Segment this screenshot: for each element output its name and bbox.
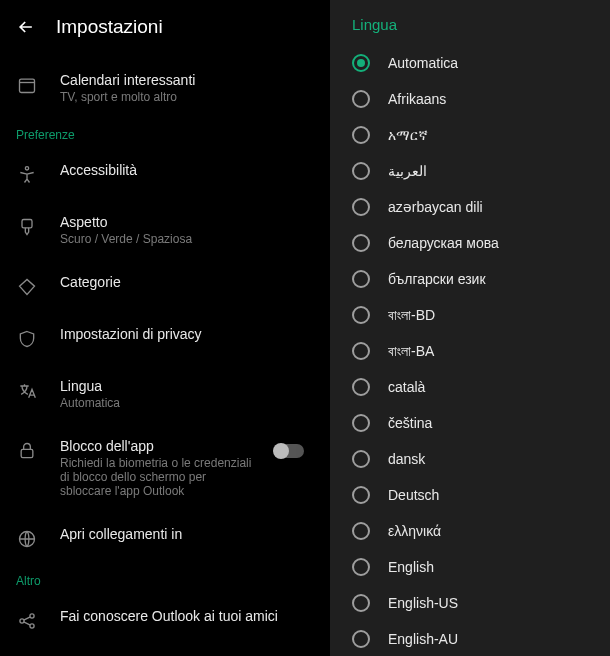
openlinks-label: Apri collegamenti in bbox=[60, 526, 304, 542]
svg-rect-2 bbox=[22, 220, 32, 228]
accessibility-row[interactable]: Accessibilità bbox=[0, 148, 320, 200]
applock-label: Blocco dell'app bbox=[60, 438, 252, 454]
language-option[interactable]: English-US bbox=[336, 585, 604, 621]
language-option[interactable]: ελληνικά bbox=[336, 513, 604, 549]
language-option[interactable]: azərbaycan dili bbox=[336, 189, 604, 225]
back-icon[interactable] bbox=[16, 17, 36, 37]
language-option[interactable]: Afrikaans bbox=[336, 81, 604, 117]
accessibility-icon bbox=[16, 164, 38, 186]
svg-rect-3 bbox=[21, 449, 33, 457]
applock-row[interactable]: Blocco dell'app Richiedi la biometria o … bbox=[0, 424, 320, 512]
msapps-row[interactable]: Esplora le app Microsoft bbox=[0, 646, 320, 656]
radio-icon bbox=[352, 486, 370, 504]
radio-icon bbox=[352, 234, 370, 252]
openlinks-row[interactable]: Apri collegamenti in bbox=[0, 512, 320, 564]
language-option-label: Afrikaans bbox=[388, 91, 446, 107]
privacy-label: Impostazioni di privacy bbox=[60, 326, 304, 342]
page-title: Impostazioni bbox=[56, 16, 163, 38]
language-option-label: Deutsch bbox=[388, 487, 439, 503]
calendars-row[interactable]: Calendari interessanti TV, sport e molto… bbox=[0, 58, 320, 118]
language-row[interactable]: Lingua Automatica bbox=[0, 364, 320, 424]
share-icon bbox=[16, 610, 38, 632]
privacy-row[interactable]: Impostazioni di privacy bbox=[0, 312, 320, 364]
radio-icon bbox=[352, 378, 370, 396]
radio-icon bbox=[352, 450, 370, 468]
tag-icon bbox=[16, 276, 38, 298]
language-option-label: ελληνικά bbox=[388, 523, 441, 539]
language-option[interactable]: беларуская мова bbox=[336, 225, 604, 261]
categories-row[interactable]: Categorie bbox=[0, 260, 320, 312]
calendars-label: Calendari interessanti bbox=[60, 72, 304, 88]
appearance-row[interactable]: Aspetto Scuro / Verde / Spaziosa bbox=[0, 200, 320, 260]
radio-icon bbox=[352, 594, 370, 612]
language-panel: Lingua AutomaticaAfrikaansአማርኛالعربيةazə… bbox=[330, 0, 610, 656]
language-option[interactable]: አማርኛ bbox=[336, 117, 604, 153]
language-option-label: azərbaycan dili bbox=[388, 199, 483, 215]
language-option[interactable]: English-AU bbox=[336, 621, 604, 656]
language-option[interactable]: English bbox=[336, 549, 604, 585]
radio-icon bbox=[352, 162, 370, 180]
radio-icon bbox=[352, 270, 370, 288]
radio-icon bbox=[352, 306, 370, 324]
language-option-label: català bbox=[388, 379, 425, 395]
appearance-label: Aspetto bbox=[60, 214, 304, 230]
language-option-label: English bbox=[388, 559, 434, 575]
language-option-label: বাংলা-BA bbox=[388, 343, 434, 360]
language-option-label: English-US bbox=[388, 595, 458, 611]
globe-icon bbox=[16, 528, 38, 550]
language-option[interactable]: Automatica bbox=[336, 45, 604, 81]
language-option[interactable]: বাংলা-BA bbox=[336, 333, 604, 369]
language-option-label: беларуская мова bbox=[388, 235, 499, 251]
radio-icon bbox=[352, 522, 370, 540]
brush-icon bbox=[16, 216, 38, 238]
lock-icon bbox=[16, 440, 38, 462]
language-option-label: العربية bbox=[388, 163, 427, 179]
radio-icon bbox=[352, 342, 370, 360]
language-label: Lingua bbox=[60, 378, 304, 394]
language-option-label: български език bbox=[388, 271, 486, 287]
accessibility-label: Accessibilità bbox=[60, 162, 304, 178]
radio-icon bbox=[352, 126, 370, 144]
language-option[interactable]: Deutsch bbox=[336, 477, 604, 513]
radio-icon bbox=[352, 558, 370, 576]
applock-sub: Richiedi la biometria o le credenziali d… bbox=[60, 456, 252, 498]
language-option-label: বাংলা-BD bbox=[388, 307, 435, 324]
language-panel-title: Lingua bbox=[330, 6, 610, 45]
shield-icon bbox=[16, 328, 38, 350]
radio-icon bbox=[352, 198, 370, 216]
radio-icon bbox=[352, 90, 370, 108]
radio-icon bbox=[352, 630, 370, 648]
language-option-label: English-AU bbox=[388, 631, 458, 647]
language-option[interactable]: čeština bbox=[336, 405, 604, 441]
language-option[interactable]: العربية bbox=[336, 153, 604, 189]
language-option-label: dansk bbox=[388, 451, 425, 467]
language-option[interactable]: বাংলা-BD bbox=[336, 297, 604, 333]
radio-icon bbox=[352, 414, 370, 432]
share-row[interactable]: Fai conoscere Outlook ai tuoi amici bbox=[0, 594, 320, 646]
language-option-label: Automatica bbox=[388, 55, 458, 71]
language-option[interactable]: català bbox=[336, 369, 604, 405]
section-preferences: Preferenze bbox=[0, 118, 320, 148]
calendars-sub: TV, sport e molto altro bbox=[60, 90, 304, 104]
svg-rect-0 bbox=[20, 79, 35, 92]
calendar-icon bbox=[16, 74, 38, 96]
categories-label: Categorie bbox=[60, 274, 304, 290]
language-option-label: አማርኛ bbox=[388, 127, 428, 144]
language-option-label: čeština bbox=[388, 415, 432, 431]
share-label: Fai conoscere Outlook ai tuoi amici bbox=[60, 608, 304, 624]
svg-point-1 bbox=[25, 167, 28, 170]
appearance-sub: Scuro / Verde / Spaziosa bbox=[60, 232, 304, 246]
section-other: Altro bbox=[0, 564, 320, 594]
applock-toggle[interactable] bbox=[274, 444, 304, 458]
language-sub: Automatica bbox=[60, 396, 304, 410]
language-option[interactable]: dansk bbox=[336, 441, 604, 477]
language-icon bbox=[16, 380, 38, 402]
language-option[interactable]: български език bbox=[336, 261, 604, 297]
radio-icon bbox=[352, 54, 370, 72]
